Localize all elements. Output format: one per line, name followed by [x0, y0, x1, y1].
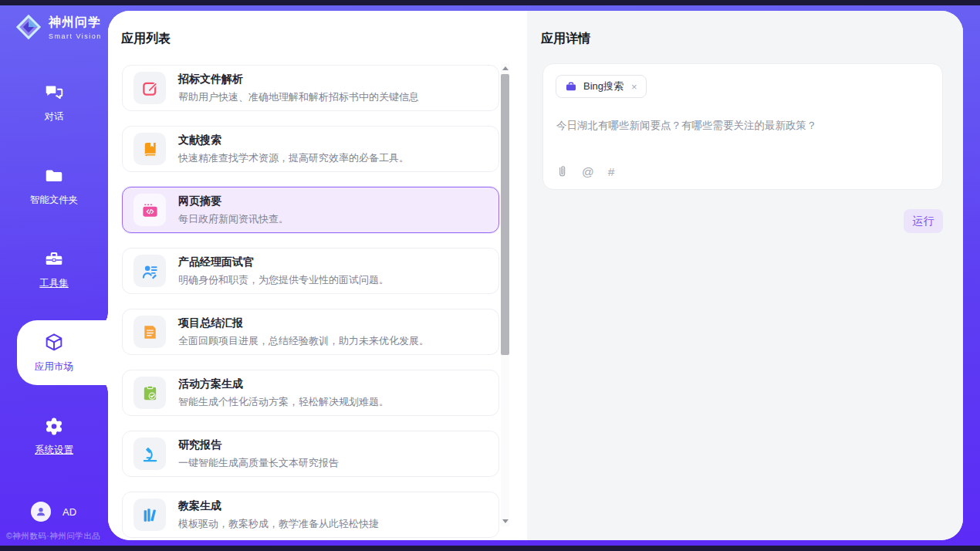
- hash-icon[interactable]: #: [608, 165, 615, 179]
- app-list-pane: 应用列表 招标文件解析 帮助用户快速、准确地理解和解析招标书中的关键信息: [108, 11, 527, 540]
- sidebar-item-smart-folders[interactable]: 智能文件夹: [0, 144, 108, 228]
- sidebar-item-label: 对话: [45, 110, 64, 123]
- main-panel: 应用列表 招标文件解析 帮助用户快速、准确地理解和解析招标书中的关键信息: [108, 11, 963, 540]
- composer-toolbar: @ #: [556, 165, 614, 179]
- app-card-name: 教案生成: [178, 499, 379, 513]
- query-composer[interactable]: Bing搜索 × 今日湖北有哪些新闻要点？有哪些需要关注的最新政策？ @ #: [542, 63, 943, 190]
- app-card-bid-document-parsing[interactable]: 招标文件解析 帮助用户快速、准确地理解和解析招标书中的关键信息: [122, 65, 499, 111]
- person-doc-icon: [133, 255, 166, 287]
- sidebar-item-system-settings[interactable]: 系统设置: [0, 394, 108, 478]
- sidebar-nav: 对话 智能文件夹 工具集: [0, 61, 108, 478]
- scroll-down-arrow-icon[interactable]: [502, 519, 509, 523]
- app-card-name: 项目总结汇报: [178, 316, 429, 330]
- brand: 神州问学 Smart Vision: [14, 12, 102, 42]
- sidebar-item-label: 应用市场: [35, 360, 73, 374]
- user-account[interactable]: AD: [31, 502, 76, 522]
- sidebar-item-toolset[interactable]: 工具集: [0, 228, 108, 311]
- app-card-literature-search[interactable]: 文献搜索 快速精准查找学术资源，提高研究效率的必备工具。: [122, 126, 499, 172]
- microscope-icon: [133, 438, 166, 470]
- app-card-list: 招标文件解析 帮助用户快速、准确地理解和解析招标书中的关键信息 文献搜索 快速精…: [122, 65, 499, 540]
- sidebar-item-chat[interactable]: 对话: [0, 61, 108, 144]
- app-list-title: 应用列表: [121, 31, 171, 47]
- app-card-desc: 一键智能生成高质量长文本研究报告: [178, 456, 339, 470]
- app-card-lesson-plan[interactable]: 教案生成 模板驱动，教案秒成，教学准备从此轻松快捷: [122, 492, 499, 538]
- brand-tagline: Smart Vision: [49, 32, 102, 40]
- app-card-name: 产品经理面试官: [178, 255, 389, 269]
- app-card-desc: 每日政府新闻资讯快查。: [178, 212, 289, 226]
- book-icon: [133, 133, 166, 165]
- app-card-name: 网页摘要: [178, 194, 289, 208]
- app-detail-title: 应用详情: [541, 31, 590, 47]
- app-list-scrollbar[interactable]: [501, 63, 509, 526]
- app-card-web-summary[interactable]: 网页摘要 每日政府新闻资讯快查。: [122, 187, 499, 233]
- sidebar-item-label: 系统设置: [35, 444, 73, 457]
- mention-icon[interactable]: @: [582, 165, 594, 179]
- user-name: AD: [63, 506, 76, 518]
- sidebar-item-app-market[interactable]: 应用市场: [0, 311, 108, 394]
- app-card-event-plan[interactable]: 活动方案生成 智能生成个性化活动方案，轻松解决规划难题。: [122, 370, 499, 416]
- query-text-input[interactable]: 今日湖北有哪些新闻要点？有哪些需要关注的最新政策？: [556, 118, 930, 134]
- chat-icon: [43, 82, 65, 103]
- brand-logo-icon: [14, 12, 43, 42]
- app-card-desc: 全面回顾项目进展，总结经验教训，助力未来优化发展。: [178, 334, 429, 348]
- sidebar: 神州问学 Smart Vision 对话 智能文件夹: [0, 5, 108, 546]
- books-icon: [133, 499, 166, 531]
- app-card-name: 研究报告: [178, 438, 339, 452]
- toolbox-icon: [43, 248, 65, 270]
- copyright: ©神州数码·神州问学出品: [6, 531, 100, 542]
- sidebar-item-label: 智能文件夹: [30, 194, 79, 207]
- note-icon: [133, 316, 166, 348]
- app-card-desc: 快速精准查找学术资源，提高研究效率的必备工具。: [178, 151, 409, 165]
- app-card-research-report[interactable]: 研究报告 一键智能生成高质量长文本研究报告: [122, 431, 499, 477]
- browser-code-icon: [133, 194, 166, 226]
- app-detail-pane: 应用详情 Bing搜索 × 今日湖北有哪些新闻要点？有哪些需要关注的最新政策？: [527, 11, 963, 540]
- avatar: [31, 502, 51, 522]
- scrollbar-thumb[interactable]: [501, 74, 509, 355]
- gear-icon: [43, 415, 65, 437]
- briefcase-icon: [565, 80, 577, 93]
- tool-tag-label: Bing搜索: [583, 79, 623, 93]
- pen-square-icon: [133, 72, 166, 104]
- app-card-desc: 智能生成个性化活动方案，轻松解决规划难题。: [178, 395, 389, 409]
- app-card-desc: 模板驱动，教案秒成，教学准备从此轻松快捷: [178, 517, 379, 531]
- run-button[interactable]: 运行: [904, 209, 943, 233]
- cube-icon: [43, 332, 65, 353]
- paperclip-icon[interactable]: [556, 165, 568, 179]
- tag-close-icon[interactable]: ×: [630, 82, 637, 92]
- scroll-up-arrow-icon[interactable]: [502, 66, 509, 70]
- sidebar-item-label: 工具集: [39, 277, 69, 290]
- app-card-desc: 帮助用户快速、准确地理解和解析招标书中的关键信息: [178, 90, 419, 104]
- app-card-name: 活动方案生成: [178, 377, 389, 391]
- tool-tag-bing-search[interactable]: Bing搜索 ×: [556, 75, 647, 98]
- clipboard-check-icon: [133, 377, 166, 409]
- app-card-pm-interviewer[interactable]: 产品经理面试官 明确身份和职责，为您提供专业性的面试问题。: [122, 248, 499, 294]
- app-card-name: 招标文件解析: [178, 73, 419, 86]
- app-card-name: 文献搜索: [178, 134, 409, 147]
- app-card-desc: 明确身份和职责，为您提供专业性的面试问题。: [178, 273, 389, 287]
- app-card-project-summary[interactable]: 项目总结汇报 全面回顾项目进展，总结经验教训，助力未来优化发展。: [122, 309, 499, 355]
- folder-icon: [43, 165, 65, 187]
- brand-name: 神州问学: [49, 15, 102, 31]
